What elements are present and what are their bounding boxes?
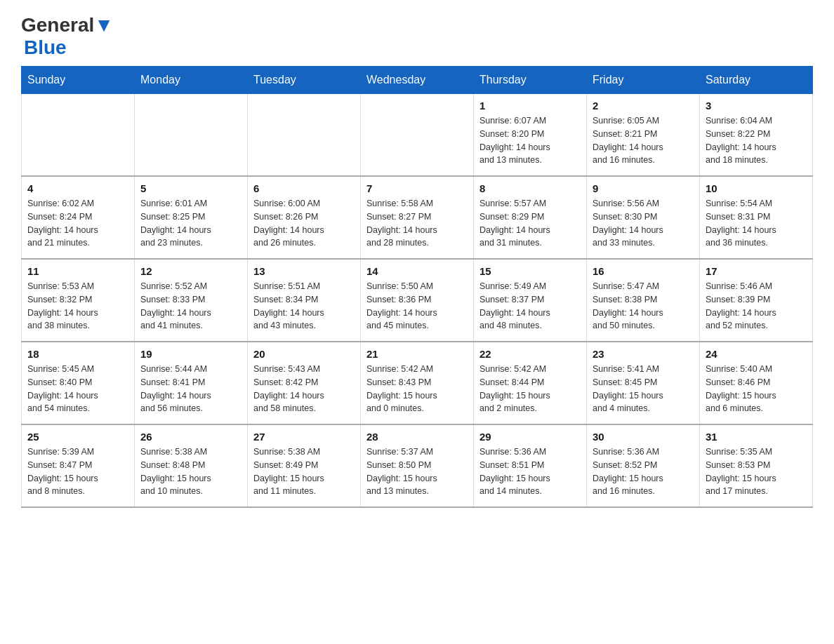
day-number: 5 xyxy=(140,182,241,194)
calendar-cell: 25Sunrise: 5:39 AMSunset: 8:47 PMDayligh… xyxy=(22,424,135,507)
calendar-week-row: 18Sunrise: 5:45 AMSunset: 8:40 PMDayligh… xyxy=(22,342,813,424)
logo: General▼ Blue xyxy=(21,14,114,59)
day-info: Sunrise: 5:39 AMSunset: 8:47 PMDaylight:… xyxy=(27,445,128,498)
calendar-cell: 24Sunrise: 5:40 AMSunset: 8:46 PMDayligh… xyxy=(700,342,813,424)
day-number: 17 xyxy=(706,265,807,277)
day-number: 25 xyxy=(27,431,128,443)
day-number: 20 xyxy=(253,348,355,360)
day-number: 19 xyxy=(140,348,241,360)
day-of-week-header: Tuesday xyxy=(248,67,361,94)
calendar-cell: 29Sunrise: 5:36 AMSunset: 8:51 PMDayligh… xyxy=(474,424,587,507)
day-number: 6 xyxy=(253,182,355,194)
day-info: Sunrise: 5:50 AMSunset: 8:36 PMDaylight:… xyxy=(366,280,468,333)
calendar-cell: 7Sunrise: 5:58 AMSunset: 8:27 PMDaylight… xyxy=(361,176,474,259)
day-info: Sunrise: 5:35 AMSunset: 8:53 PMDaylight:… xyxy=(706,445,807,498)
day-of-week-header: Sunday xyxy=(22,67,135,94)
day-number: 12 xyxy=(140,265,241,277)
day-number: 2 xyxy=(593,100,694,112)
calendar-cell: 10Sunrise: 5:54 AMSunset: 8:31 PMDayligh… xyxy=(700,176,813,259)
day-info: Sunrise: 5:42 AMSunset: 8:44 PMDaylight:… xyxy=(479,363,581,415)
day-info: Sunrise: 5:42 AMSunset: 8:43 PMDaylight:… xyxy=(366,363,468,415)
calendar-cell: 14Sunrise: 5:50 AMSunset: 8:36 PMDayligh… xyxy=(361,259,474,342)
calendar-cell: 30Sunrise: 5:36 AMSunset: 8:52 PMDayligh… xyxy=(587,424,700,507)
day-number: 7 xyxy=(366,182,468,194)
day-info: Sunrise: 6:02 AMSunset: 8:24 PMDaylight:… xyxy=(27,197,128,250)
calendar-body: 1Sunrise: 6:07 AMSunset: 8:20 PMDaylight… xyxy=(22,94,813,508)
calendar-cell: 17Sunrise: 5:46 AMSunset: 8:39 PMDayligh… xyxy=(700,259,813,342)
calendar-cell: 2Sunrise: 6:05 AMSunset: 8:21 PMDaylight… xyxy=(587,94,700,177)
day-info: Sunrise: 5:56 AMSunset: 8:30 PMDaylight:… xyxy=(593,197,694,250)
calendar-cell xyxy=(361,94,474,177)
day-of-week-header: Wednesday xyxy=(361,67,474,94)
calendar-cell: 16Sunrise: 5:47 AMSunset: 8:38 PMDayligh… xyxy=(587,259,700,342)
calendar-cell: 8Sunrise: 5:57 AMSunset: 8:29 PMDaylight… xyxy=(474,176,587,259)
day-of-week-header: Monday xyxy=(135,67,248,94)
day-number: 24 xyxy=(706,348,807,360)
calendar-cell: 6Sunrise: 6:00 AMSunset: 8:26 PMDaylight… xyxy=(248,176,361,259)
day-number: 3 xyxy=(706,100,807,112)
day-info: Sunrise: 5:38 AMSunset: 8:48 PMDaylight:… xyxy=(140,445,241,498)
calendar-table: SundayMondayTuesdayWednesdayThursdayFrid… xyxy=(21,66,813,508)
day-of-week-header: Friday xyxy=(587,67,700,94)
day-info: Sunrise: 5:43 AMSunset: 8:42 PMDaylight:… xyxy=(253,363,355,415)
calendar-cell: 13Sunrise: 5:51 AMSunset: 8:34 PMDayligh… xyxy=(248,259,361,342)
calendar-cell: 5Sunrise: 6:01 AMSunset: 8:25 PMDaylight… xyxy=(135,176,248,259)
day-info: Sunrise: 5:51 AMSunset: 8:34 PMDaylight:… xyxy=(253,280,355,333)
calendar-week-row: 1Sunrise: 6:07 AMSunset: 8:20 PMDaylight… xyxy=(22,94,813,177)
day-number: 9 xyxy=(593,182,694,194)
calendar-cell xyxy=(135,94,248,177)
calendar-cell: 28Sunrise: 5:37 AMSunset: 8:50 PMDayligh… xyxy=(361,424,474,507)
day-number: 16 xyxy=(593,265,694,277)
calendar-cell: 19Sunrise: 5:44 AMSunset: 8:41 PMDayligh… xyxy=(135,342,248,424)
day-info: Sunrise: 6:05 AMSunset: 8:21 PMDaylight:… xyxy=(593,114,694,167)
day-of-week-header: Saturday xyxy=(700,67,813,94)
day-info: Sunrise: 5:38 AMSunset: 8:49 PMDaylight:… xyxy=(253,445,355,498)
day-info: Sunrise: 5:40 AMSunset: 8:46 PMDaylight:… xyxy=(706,363,807,415)
calendar-cell: 22Sunrise: 5:42 AMSunset: 8:44 PMDayligh… xyxy=(474,342,587,424)
day-info: Sunrise: 5:36 AMSunset: 8:52 PMDaylight:… xyxy=(593,445,694,498)
calendar-cell: 27Sunrise: 5:38 AMSunset: 8:49 PMDayligh… xyxy=(248,424,361,507)
calendar-cell: 9Sunrise: 5:56 AMSunset: 8:30 PMDaylight… xyxy=(587,176,700,259)
day-number: 31 xyxy=(706,431,807,443)
day-info: Sunrise: 5:45 AMSunset: 8:40 PMDaylight:… xyxy=(27,363,128,415)
calendar-cell: 21Sunrise: 5:42 AMSunset: 8:43 PMDayligh… xyxy=(361,342,474,424)
day-number: 18 xyxy=(27,348,128,360)
calendar-cell xyxy=(248,94,361,177)
calendar-cell: 12Sunrise: 5:52 AMSunset: 8:33 PMDayligh… xyxy=(135,259,248,342)
day-number: 4 xyxy=(27,182,128,194)
calendar-week-row: 25Sunrise: 5:39 AMSunset: 8:47 PMDayligh… xyxy=(22,424,813,507)
day-number: 21 xyxy=(366,348,468,360)
day-info: Sunrise: 5:53 AMSunset: 8:32 PMDaylight:… xyxy=(27,280,128,333)
day-number: 14 xyxy=(366,265,468,277)
day-info: Sunrise: 6:01 AMSunset: 8:25 PMDaylight:… xyxy=(140,197,241,250)
day-number: 27 xyxy=(253,431,355,443)
day-info: Sunrise: 5:49 AMSunset: 8:37 PMDaylight:… xyxy=(479,280,581,333)
calendar-cell: 11Sunrise: 5:53 AMSunset: 8:32 PMDayligh… xyxy=(22,259,135,342)
day-number: 30 xyxy=(593,431,694,443)
day-number: 29 xyxy=(479,431,581,443)
day-number: 15 xyxy=(479,265,581,277)
day-info: Sunrise: 6:00 AMSunset: 8:26 PMDaylight:… xyxy=(253,197,355,250)
day-number: 13 xyxy=(253,265,355,277)
day-number: 8 xyxy=(479,182,581,194)
day-number: 23 xyxy=(593,348,694,360)
calendar-cell: 4Sunrise: 6:02 AMSunset: 8:24 PMDaylight… xyxy=(22,176,135,259)
logo-general-text: General xyxy=(21,14,94,36)
calendar-cell: 1Sunrise: 6:07 AMSunset: 8:20 PMDaylight… xyxy=(474,94,587,177)
day-number: 28 xyxy=(366,431,468,443)
day-number: 22 xyxy=(479,348,581,360)
logo-blue-arrow: ▼ xyxy=(94,14,114,36)
day-info: Sunrise: 5:57 AMSunset: 8:29 PMDaylight:… xyxy=(479,197,581,250)
day-info: Sunrise: 5:37 AMSunset: 8:50 PMDaylight:… xyxy=(366,445,468,498)
day-info: Sunrise: 5:44 AMSunset: 8:41 PMDaylight:… xyxy=(140,363,241,415)
calendar-cell: 15Sunrise: 5:49 AMSunset: 8:37 PMDayligh… xyxy=(474,259,587,342)
calendar-cell: 18Sunrise: 5:45 AMSunset: 8:40 PMDayligh… xyxy=(22,342,135,424)
calendar-cell: 23Sunrise: 5:41 AMSunset: 8:45 PMDayligh… xyxy=(587,342,700,424)
calendar-cell: 26Sunrise: 5:38 AMSunset: 8:48 PMDayligh… xyxy=(135,424,248,507)
day-number: 26 xyxy=(140,431,241,443)
day-info: Sunrise: 6:04 AMSunset: 8:22 PMDaylight:… xyxy=(706,114,807,167)
day-info: Sunrise: 6:07 AMSunset: 8:20 PMDaylight:… xyxy=(479,114,581,167)
calendar-cell xyxy=(22,94,135,177)
day-info: Sunrise: 5:36 AMSunset: 8:51 PMDaylight:… xyxy=(479,445,581,498)
calendar-week-row: 4Sunrise: 6:02 AMSunset: 8:24 PMDaylight… xyxy=(22,176,813,259)
